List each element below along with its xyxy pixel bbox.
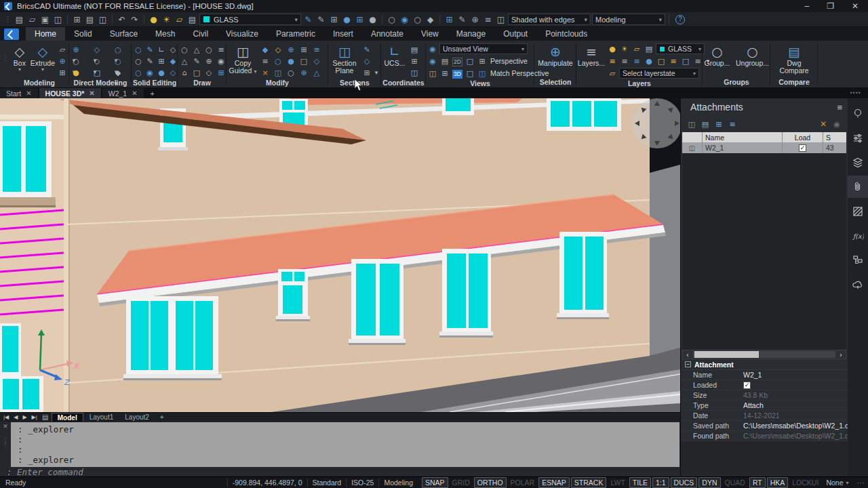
horizontal-scrollbar[interactable]: ‹ › <box>682 350 846 359</box>
workspace-combo[interactable]: Modeling ▾ <box>592 14 665 25</box>
point-tool-icon[interactable] <box>341 14 353 25</box>
view-compass[interactable] <box>632 98 680 148</box>
tab-mesh[interactable]: Mesh <box>146 27 184 41</box>
layer-off-icon[interactable] <box>644 56 654 66</box>
tab-manage[interactable]: Manage <box>448 27 494 41</box>
tab-output[interactable]: Output <box>494 27 536 41</box>
doc-tab-start[interactable]: Start✕ <box>0 88 38 98</box>
draw-spline-icon[interactable] <box>191 44 202 55</box>
draw-polyline-icon[interactable] <box>179 56 190 66</box>
toggle-dyn[interactable]: DYN <box>698 477 720 488</box>
toolbar-grip[interactable]: ⋮ <box>4 15 11 24</box>
sketch-icon[interactable] <box>456 14 468 25</box>
sweep-icon[interactable] <box>57 56 68 66</box>
toggle-strack[interactable]: STRACK <box>571 477 607 488</box>
toggle-ortho[interactable]: ORTHO <box>474 477 507 488</box>
toggle-lwt[interactable]: LWT <box>608 478 627 487</box>
attach-dwg-icon[interactable] <box>686 119 697 129</box>
toggle-quad[interactable]: QUAD <box>722 478 748 487</box>
tab-civil[interactable]: Civil <box>184 27 217 41</box>
first-layout-button[interactable]: |◀ <box>1 414 11 420</box>
prop-row-name[interactable]: Name W2_1 <box>681 370 848 380</box>
ucs-world-icon[interactable] <box>409 67 420 78</box>
scrollbar-thumb[interactable] <box>694 351 759 358</box>
save-as-icon[interactable] <box>52 14 64 25</box>
extrude-tool-button[interactable]: Extrude ▾ <box>31 43 55 73</box>
command-input[interactable]: : Enter command <box>0 467 680 477</box>
draw-circle-icon[interactable] <box>203 56 214 66</box>
ribbon-layer-combo[interactable]: GLASS ▾ <box>656 43 705 54</box>
mod-extend-icon[interactable] <box>298 56 309 66</box>
scroll-right-icon[interactable]: › <box>836 351 846 359</box>
layer-lock2-icon[interactable] <box>656 56 667 66</box>
panel-menu-icon[interactable]: ≡ <box>837 102 842 113</box>
layout-tab-layout1[interactable]: Layout1 <box>84 413 119 422</box>
group-button[interactable]: Group... <box>704 43 730 67</box>
toggle-scale[interactable]: 1:1 <box>652 477 669 488</box>
coordinates-display[interactable]: -909.894, 446.4897, 0 <box>227 479 307 487</box>
tab-view[interactable]: View <box>412 27 448 41</box>
column-load[interactable]: Load <box>783 132 823 142</box>
next-layout-button[interactable]: ▶ <box>20 414 28 420</box>
se-imprint-icon[interactable] <box>133 56 144 66</box>
maximize-button[interactable]: ❐ <box>827 1 834 11</box>
toggle-grid[interactable]: GRID <box>450 478 473 487</box>
draw-ellipse-icon[interactable] <box>203 67 214 78</box>
draw-donut-icon[interactable] <box>216 56 226 66</box>
mod-break-icon[interactable] <box>311 67 322 78</box>
new-doc-tab-button[interactable]: + <box>145 88 160 98</box>
list-icon[interactable] <box>482 14 494 25</box>
view-saved-icon[interactable] <box>427 56 438 66</box>
mod-array-icon[interactable] <box>311 56 322 66</box>
toggle-esnap[interactable]: ESNAP <box>538 477 570 488</box>
rail-layers-button[interactable] <box>848 151 868 174</box>
prop-row-saved-path[interactable]: Saved path C:\Users\msabe\Desktop\W2_1.d… <box>681 421 848 431</box>
view-box2-icon[interactable] <box>465 68 475 79</box>
dm-stitch-icon[interactable] <box>113 67 123 78</box>
settings-grid-icon[interactable] <box>328 14 340 25</box>
copy-guided-button[interactable]: Copy Guided ▾ <box>228 43 258 75</box>
rail-hatch-button[interactable] <box>848 200 868 222</box>
se-offset-icon[interactable] <box>133 67 144 78</box>
sec-status-icon[interactable] <box>361 56 372 66</box>
rail-tips-button[interactable] <box>848 102 868 125</box>
layers-button[interactable]: Layers... <box>578 43 605 67</box>
perspective-label[interactable]: Perspective <box>490 57 528 65</box>
table-row[interactable]: W2_1 43 <box>682 142 846 153</box>
draw-arc-icon[interactable] <box>179 44 190 55</box>
attach-pdf-icon[interactable] <box>713 119 724 129</box>
prop-row-date[interactable]: Date 14-12-2021 <box>681 411 848 421</box>
open-file-icon[interactable] <box>26 14 38 25</box>
tab-insert[interactable]: Insert <box>324 27 362 41</box>
layer-thaw-icon[interactable] <box>619 43 630 54</box>
table-icon[interactable] <box>443 14 455 25</box>
array-tool-icon[interactable] <box>354 14 366 25</box>
dm-chamfer-icon[interactable] <box>92 56 102 66</box>
draw-helix-icon[interactable] <box>216 44 226 55</box>
se-subtract-icon[interactable] <box>144 44 155 55</box>
viewport-3d[interactable]: X Z <box>0 98 680 412</box>
toggle-tile[interactable]: TILE <box>629 477 651 488</box>
doc-tab-w21[interactable]: W2_1✕ <box>102 88 144 98</box>
view-camera-icon[interactable] <box>427 68 438 79</box>
prev-layout-button[interactable]: ◀ <box>12 414 20 420</box>
se-separate-icon[interactable] <box>156 56 167 66</box>
export-icon[interactable] <box>71 14 83 25</box>
tab-annotate[interactable]: Annotate <box>362 27 412 41</box>
rail-properties-button[interactable] <box>848 127 868 149</box>
dm-rotate-icon[interactable] <box>92 44 102 55</box>
mod-mirror-icon[interactable] <box>298 44 309 55</box>
se-extract-icon[interactable] <box>144 67 155 78</box>
layer-freeze-icon[interactable] <box>631 56 642 66</box>
visual-style-icon[interactable] <box>399 14 410 25</box>
layer-walk-icon[interactable] <box>680 56 691 66</box>
revolve-icon[interactable] <box>57 67 68 78</box>
se-intersect-icon[interactable] <box>156 44 167 55</box>
plot-icon[interactable] <box>84 14 96 25</box>
layerstate-icon[interactable] <box>607 68 618 79</box>
layer-select-combo[interactable]: GLASS ▾ <box>199 14 301 25</box>
se-copy-face-icon[interactable] <box>156 67 167 78</box>
toggle-snap[interactable]: SNAP <box>422 477 448 488</box>
draw-revision-icon[interactable] <box>203 44 214 55</box>
close-command-icon[interactable]: ✕ <box>3 423 8 430</box>
